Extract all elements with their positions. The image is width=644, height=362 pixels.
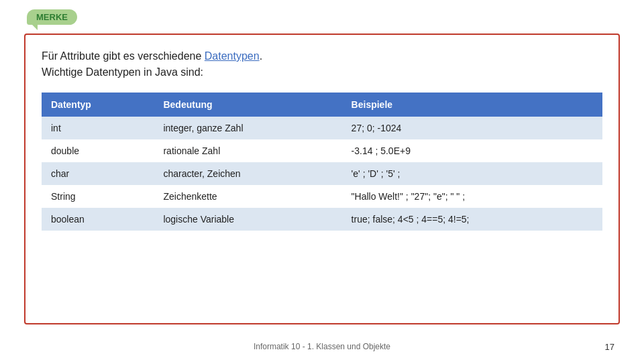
table-row: StringZeichenkette"Hallo Welt!" ; "27"; … [42, 185, 602, 208]
table-cell: character, Zeichen [154, 162, 341, 185]
main-content-box: Für Attribute gibt es verschiedene Daten… [24, 34, 620, 324]
data-types-table: Datentyp Bedeutung Beispiele intinteger,… [42, 93, 602, 231]
intro-line2: Wichtige Datentypen in Java sind: [42, 66, 203, 78]
table-cell: -3.14 ; 5.0E+9 [342, 139, 602, 162]
table-cell: Zeichenkette [154, 185, 341, 208]
table-row: charcharacter, Zeichen'e' ; 'D' ; '5' ; [42, 162, 602, 185]
table-cell: integer, ganze Zahl [154, 117, 341, 139]
footer-center-text: Informatik 10 - 1. Klassen und Objekte [0, 342, 644, 351]
col-header-bedeutung: Bedeutung [154, 93, 341, 117]
col-header-beispiele: Beispiele [342, 93, 602, 117]
table-header-row: Datentyp Bedeutung Beispiele [42, 93, 602, 117]
table-cell: int [42, 117, 154, 139]
table-row: booleanlogische Variabletrue; false; 4<5… [42, 208, 602, 231]
table-cell: "Hallo Welt!" ; "27"; "e"; " " ; [342, 185, 602, 208]
col-header-datentyp: Datentyp [42, 93, 154, 117]
table-cell: logische Variable [154, 208, 341, 231]
table-cell: 27; 0; -1024 [342, 117, 602, 139]
table-cell: rationale Zahl [154, 139, 341, 162]
intro-line1-suffix: . [260, 50, 262, 62]
intro-text: Für Attribute gibt es verschiedene Daten… [42, 48, 602, 80]
footer-page-number: 17 [605, 342, 614, 352]
merke-badge: MERKE [27, 9, 77, 25]
table-row: intinteger, ganze Zahl27; 0; -1024 [42, 117, 602, 139]
table-cell: String [42, 185, 154, 208]
table-cell: boolean [42, 208, 154, 231]
table-cell: double [42, 139, 154, 162]
intro-line1-prefix: Für Attribute gibt es verschiedene [42, 50, 205, 62]
intro-link: Datentypen [205, 50, 260, 62]
table-cell: true; false; 4<5 ; 4==5; 4!=5; [342, 208, 602, 231]
table-cell: 'e' ; 'D' ; '5' ; [342, 162, 602, 185]
table-cell: char [42, 162, 154, 185]
footer: Informatik 10 - 1. Klassen und Objekte 1… [0, 342, 644, 351]
table-row: doublerationale Zahl-3.14 ; 5.0E+9 [42, 139, 602, 162]
